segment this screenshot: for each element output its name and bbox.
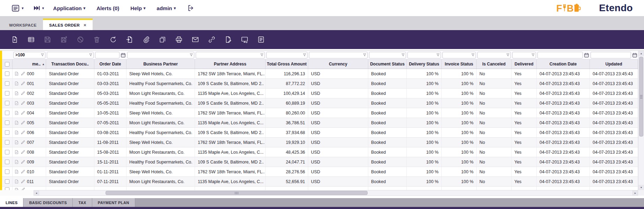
table-row[interactable]: 007Standard Order11-08-2011Sleep Well Ho… xyxy=(2,138,638,147)
column-header-business-partner[interactable]: Business Partner xyxy=(126,60,195,69)
row-checkbox[interactable] xyxy=(5,187,9,190)
column-header-updated[interactable]: Updated xyxy=(590,60,638,69)
row-checkbox[interactable] xyxy=(5,130,9,135)
table-row[interactable]: 010Standard Order01-11-2011Sleep Well Ho… xyxy=(2,167,638,177)
row-checkbox[interactable] xyxy=(5,160,9,164)
column-header-invoice-status[interactable]: Invoice Status xyxy=(442,60,477,69)
row-checkbox[interactable] xyxy=(5,111,9,115)
table-row[interactable]: 003Standard Order05-05-2011Healthy Food … xyxy=(2,98,638,108)
tab-tax[interactable]: TAX xyxy=(73,198,92,207)
filter-input-document-status[interactable] xyxy=(369,52,406,58)
filter-funnel-icon[interactable] xyxy=(363,53,367,57)
edit-record-icon[interactable] xyxy=(21,179,25,184)
open-record-icon[interactable] xyxy=(14,149,19,155)
open-record-icon[interactable] xyxy=(14,140,19,145)
open-record-icon[interactable] xyxy=(14,187,19,190)
edit-record-icon[interactable] xyxy=(21,160,25,164)
row-checkbox[interactable] xyxy=(5,120,9,125)
edit-record-icon[interactable] xyxy=(21,169,25,174)
edit-record-icon[interactable] xyxy=(21,130,25,135)
row-checkbox[interactable] xyxy=(5,81,9,86)
edit-record-icon[interactable] xyxy=(21,101,25,105)
scroll-right-icon[interactable]: ▸ xyxy=(632,190,638,196)
filter-input-order-date[interactable] xyxy=(95,52,119,58)
undo-button[interactable] xyxy=(75,34,86,45)
clone-button[interactable] xyxy=(157,34,168,45)
vertical-scroll-track[interactable] xyxy=(638,56,644,185)
scroll-up-icon[interactable]: ▴ xyxy=(638,51,644,56)
calendar-icon[interactable] xyxy=(632,53,637,58)
column-header-currency[interactable]: Currency xyxy=(308,60,368,69)
row-checkbox[interactable] xyxy=(5,71,9,76)
column-header-creation-date[interactable]: Creation Date xyxy=(537,60,590,69)
edit-record-icon[interactable] xyxy=(21,81,25,86)
filter-funnel-icon[interactable] xyxy=(89,53,93,57)
open-record-icon[interactable] xyxy=(14,110,19,116)
filter-input-invoice-status[interactable] xyxy=(443,52,476,58)
attachments-button[interactable] xyxy=(140,34,151,45)
open-record-icon[interactable] xyxy=(14,120,19,125)
table-row[interactable]: 004Standard Order10-05-2011Sleep Well Ho… xyxy=(2,108,638,118)
calendar-icon[interactable] xyxy=(121,53,126,58)
tab-sales-order[interactable]: SALES ORDER× xyxy=(43,19,93,30)
row-checkbox[interactable] xyxy=(5,91,9,96)
open-record-icon[interactable] xyxy=(14,130,19,135)
filter-funnel-icon[interactable] xyxy=(303,53,306,57)
row-checkbox[interactable] xyxy=(5,140,9,145)
horizontal-scrollbar[interactable]: ◂ ▸ xyxy=(0,190,644,196)
translate-button[interactable] xyxy=(223,34,233,45)
row-checkbox[interactable] xyxy=(5,101,9,105)
filter-input-creation-date[interactable] xyxy=(538,52,583,58)
open-record-icon[interactable] xyxy=(14,81,19,86)
filter-funnel-icon[interactable] xyxy=(436,53,440,57)
filter-input-partner-address[interactable] xyxy=(196,52,265,58)
row-checkbox[interactable] xyxy=(5,150,9,154)
row-checkbox[interactable] xyxy=(5,169,9,174)
filter-input-total-gross-amount[interactable] xyxy=(267,52,307,58)
print-button[interactable] xyxy=(173,34,184,45)
table-row[interactable]: 008Standard Order15-08-2011Moon Light Re… xyxy=(2,147,638,157)
edit-record-icon[interactable] xyxy=(21,150,25,154)
logout-button[interactable] xyxy=(187,4,195,12)
column-header-delivered[interactable]: Delivered xyxy=(512,60,537,69)
menu-button[interactable]: ▾ xyxy=(11,4,24,13)
edit-record-icon[interactable] xyxy=(21,111,25,115)
open-record-icon[interactable] xyxy=(14,179,19,184)
quick-launch-button[interactable]: ▾ xyxy=(33,4,44,12)
topbar-item-alerts-0[interactable]: Alerts (0) xyxy=(96,5,119,11)
filter-funnel-icon[interactable] xyxy=(506,53,510,57)
close-icon[interactable]: × xyxy=(84,22,86,28)
column-header-document-no[interactable]: me..▲ xyxy=(13,60,46,69)
audit-trail-button[interactable] xyxy=(255,34,266,45)
table-row[interactable]: 001Standard Order03-03-2011Healthy Food … xyxy=(2,79,638,89)
edit-record-icon[interactable] xyxy=(21,120,25,125)
filter-funnel-icon[interactable] xyxy=(41,53,44,57)
horizontal-scroll-track[interactable] xyxy=(39,190,632,196)
filter-funnel-icon[interactable] xyxy=(189,53,193,57)
filter-input-updated[interactable] xyxy=(591,52,631,58)
filter-input-transaction-document[interactable] xyxy=(47,52,93,58)
topbar-item-application[interactable]: Application▾ xyxy=(53,5,85,11)
column-header-order-date[interactable]: Order Date xyxy=(94,60,126,69)
open-record-icon[interactable] xyxy=(14,100,19,106)
column-header-partner-address[interactable]: Partner Address xyxy=(195,60,266,69)
filter-input-currency[interactable] xyxy=(309,52,367,58)
edit-record-icon[interactable] xyxy=(21,187,25,190)
save-button[interactable] xyxy=(42,34,53,45)
email-button[interactable] xyxy=(190,34,201,45)
column-header-document-status[interactable]: Document Status xyxy=(368,60,407,69)
filter-funnel-icon[interactable] xyxy=(401,53,405,57)
open-record-icon[interactable] xyxy=(14,159,19,165)
open-window-button[interactable] xyxy=(239,34,250,45)
topbar-item-admin[interactable]: admin▾ xyxy=(157,5,176,11)
refresh-button[interactable] xyxy=(108,34,118,45)
tab-payment-plan[interactable]: PAYMENT PLAN xyxy=(92,198,135,207)
scroll-left-icon[interactable]: ◂ xyxy=(34,190,39,196)
edit-record-icon[interactable] xyxy=(21,71,25,76)
table-row[interactable] xyxy=(2,187,638,190)
column-header-delivery-status[interactable]: Delivery Status xyxy=(407,60,442,69)
topbar-item-help[interactable]: Help▾ xyxy=(130,5,145,11)
tab-basic-discounts[interactable]: BASIC DISCOUNTS xyxy=(23,198,73,207)
row-checkbox[interactable] xyxy=(5,179,9,184)
select-all-checkbox[interactable] xyxy=(5,62,9,67)
